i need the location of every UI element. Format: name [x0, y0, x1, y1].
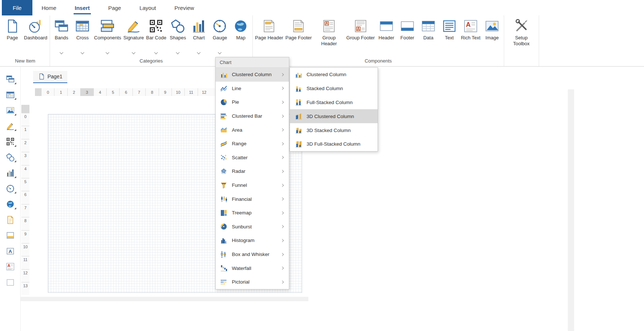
chart-menu-item-pie[interactable]: Pie	[216, 95, 289, 109]
ribbon-tab-preview[interactable]: Preview	[165, 0, 203, 15]
rich-text-icon: A	[463, 19, 478, 33]
chart-menu-item-histogram[interactable]: Histogram	[216, 234, 289, 248]
chart-submenu-item-full-stacked-column[interactable]: Full-Stacked Column	[290, 96, 378, 110]
chevron-down-icon[interactable]	[106, 51, 109, 54]
chart-menu-item-financial[interactable]: Financial	[216, 192, 289, 206]
ribbon-button-map[interactable]: Map	[230, 15, 251, 56]
toolbox-item-rich-text[interactable]: A	[0, 259, 20, 275]
pie-icon	[220, 99, 227, 106]
toolbox-item-page-info[interactable]	[0, 212, 20, 228]
ribbon-button-rich-text[interactable]: ARich Text	[460, 15, 481, 56]
box-and-whisker-icon	[220, 251, 227, 258]
menu-item-label: Pictorial	[232, 279, 281, 285]
ribbon-button-group-footer[interactable]: AGroup Footer	[345, 15, 376, 56]
toolbox-item-gauge[interactable]	[0, 181, 20, 197]
ribbon-button-bar-code[interactable]: Bar Code	[145, 15, 167, 56]
ribbon-button-page-header[interactable]: Page Header	[254, 15, 284, 56]
ribbon-button-shapes[interactable]: Shapes	[167, 15, 188, 56]
chart-submenu-item-3d-full-stacked-column[interactable]: 3D Full-Stacked Column	[290, 137, 378, 151]
ribbon-button-components[interactable]: Components	[93, 15, 123, 56]
components-icon	[100, 19, 115, 33]
chart-menu-item-box-and-whisker[interactable]: Box and Whisker	[216, 248, 289, 261]
chart-menu-item-pictorial[interactable]: Pictorial	[216, 275, 289, 289]
menu-item-label: Financial	[232, 196, 281, 202]
barcode-icon	[6, 137, 15, 146]
3d-clustered-column-icon	[295, 113, 302, 120]
toolbox-item-barcode[interactable]	[0, 134, 20, 150]
toolbox-item-report[interactable]	[0, 71, 20, 87]
ribbon-tab-layout[interactable]: Layout	[130, 0, 165, 15]
ribbon-button-bands[interactable]: Bands	[51, 15, 72, 56]
ribbon-tab-home[interactable]: Home	[32, 0, 66, 15]
ribbon-button-image[interactable]: Image	[482, 15, 503, 56]
tab-page1[interactable]: Page1	[33, 71, 67, 83]
toolbox-item-shapes[interactable]	[0, 150, 20, 166]
page-footer-icon	[291, 19, 306, 33]
ribbon-tab-page[interactable]: Page	[99, 0, 130, 15]
file-button[interactable]: File	[2, 0, 32, 15]
chart-menu-item-range[interactable]: Range	[216, 137, 289, 151]
chart-menu-item-radar[interactable]: Radar	[216, 164, 289, 178]
ribbon-group-label: Components	[254, 56, 503, 66]
cross-icon	[75, 19, 90, 33]
chart-menu-item-sunburst[interactable]: Sunburst	[216, 220, 289, 234]
chart-menu-item-clustered-column[interactable]: Clustered Column	[216, 68, 289, 82]
chart-submenu-item-3d-stacked-column[interactable]: 3D Stacked Column	[290, 123, 378, 137]
ribbon-button-footer[interactable]: Footer	[397, 15, 418, 56]
ribbon-button-signature[interactable]: Signature	[122, 15, 145, 56]
toolbox-item-panel[interactable]	[0, 228, 20, 243]
vertical-scrollbar[interactable]	[568, 89, 574, 331]
ribbon-button-setup-toolbox[interactable]: Setup Toolbox	[505, 15, 538, 56]
v-ruler-mark: 2	[21, 139, 29, 152]
toolbox-item-label[interactable]: A	[0, 243, 20, 259]
page-tab-bar: Page1	[33, 71, 67, 83]
chevron-down-icon[interactable]	[176, 51, 180, 54]
treemap-icon	[220, 209, 227, 217]
ribbon-button-page[interactable]: Page	[2, 15, 23, 56]
submenu-arrow-icon	[281, 170, 284, 172]
chevron-down-icon[interactable]	[155, 51, 158, 54]
toolbox-item-picture[interactable]	[0, 103, 20, 118]
chart-menu-item-line[interactable]: Line	[216, 82, 289, 96]
v-ruler-mark: 13	[21, 282, 29, 295]
h-ruler-mark: 8	[145, 88, 158, 96]
horizontal-scrollbar[interactable]	[21, 297, 308, 301]
chevron-down-icon[interactable]	[197, 51, 201, 54]
chevron-down-icon[interactable]	[60, 51, 63, 54]
panel-icon	[6, 231, 15, 240]
toolbox-item-chart[interactable]	[0, 165, 20, 181]
ribbon-button-chart[interactable]: Chart	[188, 15, 209, 56]
chevron-down-icon[interactable]	[132, 51, 135, 54]
toolbox-item-frame[interactable]	[0, 275, 20, 291]
toolbox-item-signature[interactable]	[0, 118, 20, 134]
chart-menu-item-treemap[interactable]: Treemap	[216, 206, 289, 220]
ribbon-button-data[interactable]: Data	[418, 15, 439, 56]
ribbon-button-text[interactable]: Text	[439, 15, 460, 56]
chart-submenu-item-stacked-column[interactable]: Stacked Column	[290, 82, 378, 96]
ribbon-button-cross[interactable]: Cross	[72, 15, 93, 56]
dashboard-icon	[28, 19, 43, 33]
ribbon-button-gauge[interactable]: Gauge	[209, 15, 230, 56]
ribbon-tab-insert[interactable]: Insert	[66, 0, 99, 15]
chart-submenu-item-3d-clustered-column[interactable]: 3D Clustered Column	[290, 109, 378, 123]
ribbon-button-page-footer[interactable]: Page Footer	[284, 15, 313, 56]
chart-menu-item-area[interactable]: Area	[216, 123, 289, 137]
h-ruler-mark: 10	[171, 88, 184, 96]
submenu-item-label: Stacked Column	[307, 86, 374, 91]
chart-menu-item-scatter[interactable]: Scatter	[216, 151, 289, 165]
chevron-down-icon[interactable]	[81, 51, 84, 54]
ribbon-button-header[interactable]: Header	[376, 15, 397, 56]
chevron-down-icon[interactable]	[218, 51, 222, 54]
svg-text:A: A	[8, 249, 12, 254]
ribbon-button-group-header[interactable]: AGroup Header	[313, 15, 345, 56]
toolbox-item-table[interactable]	[0, 87, 20, 103]
chart-menu-item-clustered-bar[interactable]: Clustered Bar	[216, 109, 289, 123]
chart-menu-item-waterfall[interactable]: Waterfall	[216, 261, 289, 275]
submenu-arrow-icon	[281, 101, 284, 103]
ribbon-button-label: Page	[7, 35, 18, 41]
chart-submenu-item-clustered-column[interactable]: Clustered Column	[290, 68, 378, 82]
ribbon-button-dashboard[interactable]: Dashboard	[23, 15, 49, 56]
h-ruler-mark: 4	[93, 88, 106, 96]
toolbox-item-map[interactable]	[0, 196, 20, 212]
chart-menu-item-funnel[interactable]: Funnel	[216, 178, 289, 192]
